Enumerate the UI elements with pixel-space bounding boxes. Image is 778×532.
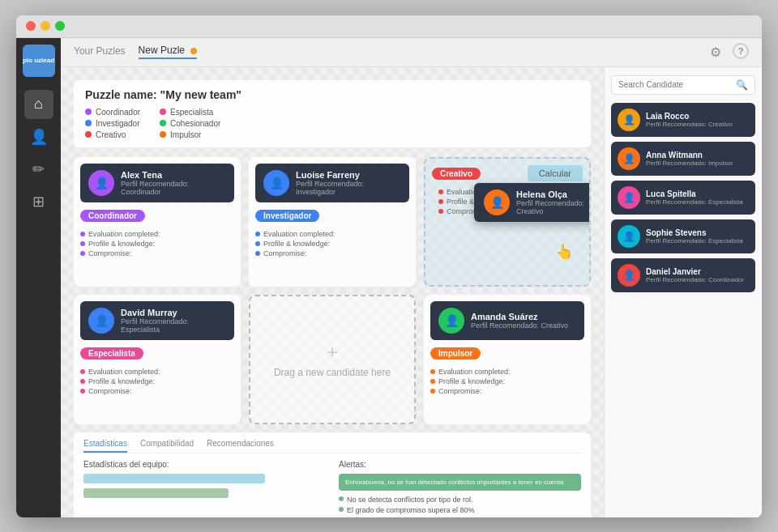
avatar-anna: 👤 — [618, 147, 640, 170]
stats-luoise: Evaluation completed: Profile & knowledg… — [249, 227, 416, 266]
dot-impulsor — [160, 131, 166, 138]
cell-luoise: 👤 Luoise Farreny Perfil Recomendado: Inv… — [249, 157, 416, 287]
avatar-sophie: 👤 — [618, 225, 640, 248]
bottom-section: Estadísticas Compatibilidad Recomendacio… — [74, 432, 591, 517]
role-investigador: Investigador — [85, 119, 140, 128]
puzzle-area: Puzzle name: "My new team" Coordinador I… — [61, 67, 604, 517]
dot-investigador — [85, 120, 92, 126]
search-box[interactable]: 🔍 — [611, 75, 755, 95]
settings-icon[interactable]: ⚙ — [707, 43, 725, 61]
card-alex: 👤 Alex Tena Perfil Recomendado: Coordina… — [80, 164, 234, 202]
info-daniel: Daniel Janvier Perfil Recomendado: Coord… — [646, 267, 744, 283]
cursor-icon: 👆 — [555, 243, 573, 261]
cell-amanda: 👤 Amanda Suárez Perfil Recomendado: Crea… — [424, 295, 591, 424]
top-icons: ⚙ ? — [707, 43, 749, 61]
dot-coordinador — [85, 109, 92, 115]
info-laia: Laia Rocco Perfil Recomendado: Creativo — [646, 112, 733, 128]
role-creativo: Creativo — [85, 130, 140, 139]
main-alert: Enhorabuena, no se han detectado conflic… — [339, 474, 581, 491]
role-coordinador: Coordinador — [85, 108, 140, 117]
sidebar-item-grid[interactable]: ⊞ — [24, 187, 53, 216]
list-item-daniel[interactable]: 👤 Daniel Janvier Perfil Recomendado: Coo… — [611, 258, 755, 292]
maximize-dot[interactable] — [55, 21, 65, 31]
mac-window: plo uzlead ⌂ 👤 ✏ ⊞ Your Puzles New Puzle… — [16, 15, 762, 517]
badge-impulsor: Impulsor — [430, 347, 481, 360]
role-cohesionador: Cohesionador — [160, 119, 220, 128]
info-david: David Murray Perfil Recomendado: Especia… — [121, 308, 226, 334]
tab-your-puzles[interactable]: Your Puzles — [74, 45, 126, 58]
avatar-helena: 👤 — [484, 189, 510, 215]
dragged-helena-card: 👤 Helena Olça Perfil Recomendado: Creati… — [474, 183, 591, 222]
stats-alex: Evaluation completed: Profile & knowledg… — [74, 227, 241, 266]
badge-coordinador: Coordinador — [80, 210, 145, 222]
search-icon: 🔍 — [736, 79, 748, 91]
cell-drag-bottom[interactable]: + Drag a new candidate here — [249, 295, 416, 424]
avatar-alex: 👤 — [88, 170, 114, 196]
avatar-luoise: 👤 — [263, 170, 289, 196]
puzzle-header: Puzzle name: "My new team" Coordinador I… — [74, 80, 591, 147]
stats-amanda: Evaluation completed: Profile & knowledg… — [424, 364, 591, 403]
roles-left: Coordinador Investigador Creativo — [85, 108, 140, 139]
title-bar — [16, 15, 762, 38]
right-panel: 🔍 👤 Laia Rocco Perfil Recomendado: Creat… — [604, 67, 762, 517]
info-helena: Helena Olça Perfil Recomendado: Creativo — [516, 189, 591, 215]
role-list: Coordinador Investigador Creativo — [85, 108, 579, 139]
badge-especialista: Especialista — [80, 347, 143, 360]
card-luoise: 👤 Luoise Farreny Perfil Recomendado: Inv… — [255, 164, 409, 202]
stats-col: Estadísticas del equipo: — [83, 460, 326, 517]
alert-item-1: No se detecta conflictos por tipo de rol… — [339, 496, 581, 504]
info-luoise: Luoise Farreny Perfil Recomendado: Inves… — [296, 170, 401, 196]
list-item-sophie[interactable]: 👤 Sophie Stevens Perfil Recomendado: Esp… — [611, 219, 755, 253]
list-item-anna[interactable]: 👤 Anna Witmann Perfil Recomendado: Impul… — [611, 142, 755, 176]
tab-compatibilidad[interactable]: Compatibilidad — [140, 439, 194, 453]
dot-especialista — [160, 109, 166, 115]
close-dot[interactable] — [26, 21, 36, 31]
avatar-david: 👤 — [88, 308, 114, 334]
logo-text: plo uzlead — [23, 57, 54, 65]
list-item-laia[interactable]: 👤 Laia Rocco Perfil Recomendado: Creativ… — [611, 103, 755, 137]
content: Puzzle name: "My new team" Coordinador I… — [61, 67, 762, 517]
cell-david: 👤 David Murray Perfil Recomendado: Espec… — [74, 295, 241, 424]
cell-alex: 👤 Alex Tena Perfil Recomendado: Coordina… — [74, 157, 241, 287]
role-especialista: Especialista — [160, 108, 220, 117]
calcular-button[interactable]: Calcular — [528, 165, 583, 181]
sidebar-item-user[interactable]: 👤 — [24, 122, 53, 151]
badge-investigador: Investigador — [255, 210, 319, 222]
tab-estadisticas[interactable]: Estadísticas — [83, 439, 127, 453]
info-alex: Alex Tena Perfil Recomendado: Coordinado… — [121, 170, 226, 196]
bottom-content: Estadísticas del equipo: Alertas: — [83, 460, 581, 517]
sidebar: plo uzlead ⌂ 👤 ✏ ⊞ — [16, 38, 61, 517]
info-anna: Anna Witmann Perfil Recomendado: Impulso… — [646, 151, 733, 167]
minimize-dot[interactable] — [41, 21, 50, 31]
search-input[interactable] — [618, 80, 733, 89]
list-item-luca[interactable]: 👤 Luca Spitella Perfil Recomendado: Espe… — [611, 181, 755, 215]
sidebar-item-home[interactable]: ⌂ — [24, 90, 53, 119]
dot-creativo — [85, 131, 92, 138]
tab-new-puzle[interactable]: New Puzle — [139, 45, 198, 59]
roles-right: Especialista Cohesionador Impulsor — [160, 108, 220, 139]
bottom-tabs: Estadísticas Compatibilidad Recomendacio… — [83, 439, 581, 453]
tab-dot — [190, 48, 197, 54]
stat-bar-2 — [83, 488, 326, 498]
dot-cohesionador — [160, 120, 166, 126]
avatar-daniel: 👤 — [618, 264, 640, 287]
info-luca: Luca Spitella Perfil Recomendado: Especi… — [646, 189, 743, 206]
avatar-laia: 👤 — [618, 109, 640, 131]
help-icon[interactable]: ? — [733, 43, 749, 59]
info-amanda: Amanda Suárez Perfil Recomendado: Creati… — [471, 312, 568, 330]
alerts-col: Alertas: Enhorabuena, no se han detectad… — [339, 460, 581, 517]
alert-item-2: El grado de compromiso supera el 80% — [339, 506, 581, 514]
puzzle-title: Puzzle name: "My new team" — [85, 88, 579, 101]
card-amanda: 👤 Amanda Suárez Perfil Recomendado: Crea… — [430, 301, 584, 340]
avatar-luca: 👤 — [618, 186, 640, 209]
main-area: Your Puzles New Puzle ⚙ ? Puzzle name: "… — [61, 38, 762, 517]
tab-recomendaciones[interactable]: Recomendaciones — [207, 439, 274, 453]
cell-drag-top[interactable]: Calcular Creativo Evaluation completed: … — [424, 157, 591, 287]
stat-bar-1 — [83, 474, 326, 483]
drag-label: + Drag a new candidate here — [274, 341, 391, 378]
avatar-amanda: 👤 — [438, 308, 464, 334]
card-david: 👤 David Murray Perfil Recomendado: Espec… — [80, 301, 234, 340]
top-bar: Your Puzles New Puzle ⚙ ? — [61, 38, 762, 67]
stats-david: Evaluation completed: Profile & knowledg… — [74, 364, 241, 403]
sidebar-item-edit[interactable]: ✏ — [24, 155, 53, 184]
